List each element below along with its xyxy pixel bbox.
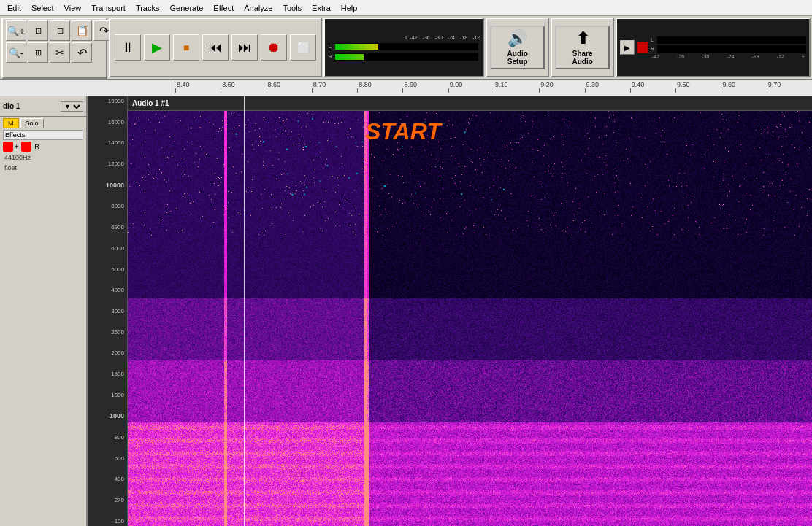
timeline-ruler: 8.40 8.50 8.60 8.70 8.80 8.90 9.00 9.10 …	[0, 80, 812, 96]
main-content: dio 1 ▼ M Solo Effects + R 44100Hz f	[0, 96, 812, 526]
solo-mute-row: M Solo	[3, 118, 83, 128]
menu-bar: Edit Select View Transport Tracks Genera…	[0, 0, 812, 16]
freq-6000: 6000	[89, 245, 126, 252]
zoom-toggle-button[interactable]: ⊟	[50, 20, 70, 41]
spectrogram-area: Audio 1 #1 19000 16000 14000 12000 10000…	[88, 96, 812, 526]
share-audio-button[interactable]: ⬆ Share Audio	[555, 26, 610, 69]
record-indicator	[637, 42, 648, 53]
ruler-tick: 9.10	[494, 81, 539, 93]
audio-setup-button[interactable]: 🔊 Audio Setup	[490, 26, 545, 69]
share-audio-section: ⬆ Share Audio	[551, 18, 614, 77]
menu-analyze[interactable]: Analyze	[240, 2, 277, 14]
freq-800: 800	[89, 434, 126, 441]
pan-r-label: R	[34, 143, 39, 150]
input-level-meter: L -42 -36 -30 -24 -18 -12 L R	[323, 18, 484, 77]
audio-section: 🔊 Audio Setup	[486, 18, 549, 77]
freq-4000: 4000	[89, 287, 126, 293]
skip-start-icon: ⏮	[209, 40, 222, 55]
freq-8000: 8000	[89, 203, 126, 209]
gain-icon-right	[21, 142, 31, 152]
ruler-tick: 9.40	[630, 81, 675, 93]
undo-icon: ↶	[77, 46, 87, 60]
freq-6900: 6900	[89, 224, 126, 231]
track-controls: dio 1 ▼ M Solo Effects + R 44100Hz f	[0, 96, 88, 526]
loop-button[interactable]: ⬜	[290, 34, 316, 61]
track-area: dio 1 ▼ M Solo Effects + R 44100Hz f	[0, 96, 812, 526]
ruler-tick: 8.50	[221, 81, 266, 93]
track-header: dio 1 ▼	[0, 96, 86, 117]
freq-270: 270	[89, 497, 126, 503]
freq-14000: 14000	[89, 139, 126, 146]
playhead	[244, 96, 245, 526]
menu-tracks[interactable]: Tracks	[131, 2, 164, 14]
track-bit-depth: float	[3, 163, 83, 172]
menu-generate[interactable]: Generate	[165, 2, 207, 14]
ruler-tick: 9.60	[721, 81, 766, 93]
freq-400: 400	[89, 476, 126, 482]
toolbar-area: 🔍+ 🔍- ⊡ ⊞ ⊟ ✂ 📋 ↶ ↷ ⏸	[0, 16, 812, 80]
menu-help[interactable]: Help	[337, 2, 362, 14]
play-button[interactable]: ▶	[144, 34, 170, 61]
track-dropdown[interactable]: ▼	[61, 101, 83, 112]
freq-1000: 1000	[89, 412, 126, 419]
record-button[interactable]: ⏺	[261, 34, 287, 61]
freq-12000: 12000	[89, 160, 126, 167]
gain-plus-label: +	[15, 143, 18, 150]
stop-icon: ■	[183, 42, 189, 53]
freq-5000: 5000	[89, 266, 126, 273]
freq-2500: 2500	[89, 329, 126, 336]
skip-end-button[interactable]: ⏭	[231, 34, 258, 61]
skip-start-button[interactable]: ⏮	[202, 34, 229, 61]
record-icon: ⏺	[267, 40, 280, 55]
stop-button[interactable]: ■	[173, 34, 199, 61]
menu-tools[interactable]: Tools	[278, 2, 306, 14]
zoom-in-button[interactable]: 🔍+	[6, 20, 26, 41]
output-level-meter: ▶ L R -42 -36 -30	[616, 18, 811, 77]
effects-label[interactable]: Effects	[3, 130, 83, 140]
loop-icon: ⬜	[297, 42, 310, 53]
track-sample-rate: 44100Hz	[3, 153, 83, 162]
zoom-fit-selection-button[interactable]: ⊡	[28, 20, 48, 41]
audio-setup-icon: 🔊	[508, 29, 527, 48]
zoom-tools-section: 🔍+ 🔍- ⊡ ⊞ ⊟ ✂ 📋 ↶ ↷	[1, 18, 107, 79]
paste-button[interactable]: 📋	[72, 20, 92, 41]
audio-setup-label: Audio Setup	[497, 50, 537, 66]
pause-icon: ⏸	[121, 40, 134, 55]
playback-meter-toggle[interactable]: ▶	[620, 40, 635, 55]
track-title: Audio 1 #1	[132, 99, 169, 107]
scissors-button[interactable]: ✂	[50, 42, 70, 63]
menu-view[interactable]: View	[60, 2, 86, 14]
spectrogram-canvas	[128, 96, 812, 526]
pause-button[interactable]: ⏸	[115, 34, 141, 61]
share-audio-label: Share Audio	[562, 50, 602, 66]
solo-button[interactable]: Solo	[20, 118, 44, 128]
menu-edit[interactable]: Edit	[3, 2, 26, 14]
undo-button[interactable]: ↶	[72, 42, 92, 63]
menu-effect[interactable]: Effect	[209, 2, 238, 14]
play-icon: ▶	[152, 39, 162, 55]
menu-select[interactable]: Select	[27, 2, 58, 14]
gain-row: + R	[3, 142, 83, 152]
ruler-tick: 8.70	[312, 81, 357, 93]
zoom-out-button[interactable]: 🔍-	[6, 42, 26, 63]
track-controls-body: M Solo Effects + R 44100Hz float	[0, 117, 86, 174]
ruler-tick: 9.70	[767, 81, 812, 93]
zoom-in-icon: 🔍+	[7, 26, 25, 36]
mute-button[interactable]: M	[3, 118, 19, 128]
zoom-fit-project-button[interactable]: ⊞	[28, 42, 48, 63]
transport-section: ⏸ ▶ ■ ⏮ ⏭ ⏺ ⬜	[109, 18, 322, 77]
share-audio-icon: ⬆	[576, 29, 589, 48]
freq-100: 100	[89, 518, 126, 525]
ruler-tick: 9.20	[539, 81, 584, 93]
zoom-out-icon: 🔍-	[9, 47, 23, 58]
freq-labels: 19000 16000 14000 12000 10000 8000 6900 …	[88, 96, 128, 526]
paste-icon: 📋	[76, 25, 88, 36]
menu-extra[interactable]: Extra	[307, 2, 335, 14]
redo-icon: ↷	[99, 24, 109, 38]
menu-transport[interactable]: Transport	[87, 2, 130, 14]
zoom-fit-proj-icon: ⊞	[35, 48, 42, 58]
track-name: dio 1	[3, 102, 59, 110]
ruler-tick: 9.50	[675, 81, 721, 93]
gain-icon-left	[3, 142, 13, 152]
freq-600: 600	[89, 455, 126, 462]
